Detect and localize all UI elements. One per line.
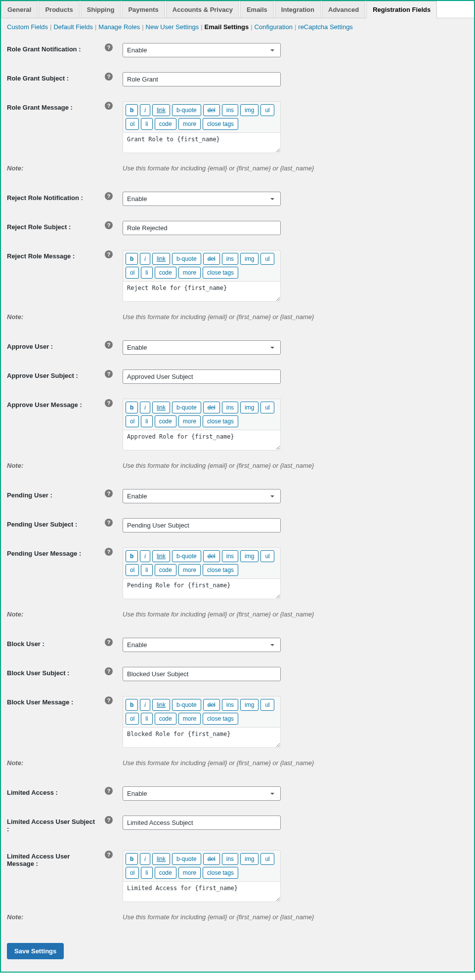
qt-code-button[interactable]: code xyxy=(155,415,176,427)
qt-ul-button[interactable]: ul xyxy=(260,699,274,711)
qt-li-button[interactable]: li xyxy=(141,867,152,879)
tab-advanced[interactable]: Advanced xyxy=(322,1,365,18)
qt-more-button[interactable]: more xyxy=(178,564,201,576)
qt-img-button[interactable]: img xyxy=(240,402,259,413)
qt-bquote-button[interactable]: b-quote xyxy=(172,253,201,265)
qt-img-button[interactable]: img xyxy=(240,253,259,265)
qt-more-button[interactable]: more xyxy=(178,415,201,427)
qt-link-button[interactable]: link xyxy=(152,853,170,865)
subnav-default-fields[interactable]: Default Fields xyxy=(53,23,92,31)
qt-ul-button[interactable]: ul xyxy=(260,853,274,865)
qt-ul-button[interactable]: ul xyxy=(260,104,274,116)
qt-del-button[interactable]: del xyxy=(203,104,220,116)
qt-code-button[interactable]: code xyxy=(155,118,176,130)
qt-link-button[interactable]: link xyxy=(152,104,170,116)
qt-more-button[interactable]: more xyxy=(178,118,201,130)
qt-ul-button[interactable]: ul xyxy=(260,550,274,562)
qt-bquote-button[interactable]: b-quote xyxy=(172,104,201,116)
reject-notification-select[interactable]: Enable xyxy=(123,192,281,206)
qt-ins-button[interactable]: ins xyxy=(222,253,238,265)
subnav-manage-roles[interactable]: Manage Roles xyxy=(98,23,140,31)
grant-notification-select[interactable]: Enable xyxy=(123,43,281,57)
subnav-custom-fields[interactable]: Custom Fields xyxy=(7,23,48,31)
qt-ins-button[interactable]: ins xyxy=(222,550,238,562)
block-subject-input[interactable] xyxy=(123,667,281,681)
qt-close-button[interactable]: close tags xyxy=(203,118,238,130)
qt-ul-button[interactable]: ul xyxy=(260,402,274,413)
approve-subject-input[interactable] xyxy=(123,369,281,384)
qt-img-button[interactable]: img xyxy=(240,853,259,865)
qt-link-button[interactable]: link xyxy=(152,253,170,265)
tab-payments[interactable]: Payments xyxy=(122,1,165,18)
tab-emails[interactable]: Emails xyxy=(240,1,274,18)
save-settings-button[interactable]: Save Settings xyxy=(7,943,64,959)
qt-i-button[interactable]: i xyxy=(140,104,150,116)
qt-more-button[interactable]: more xyxy=(178,713,201,725)
qt-b-button[interactable]: b xyxy=(126,104,138,116)
qt-b-button[interactable]: b xyxy=(126,853,138,865)
qt-img-button[interactable]: img xyxy=(240,699,259,711)
qt-bquote-button[interactable]: b-quote xyxy=(172,853,201,865)
pending-notification-select[interactable]: Enable xyxy=(123,489,281,503)
approve-message-textarea[interactable] xyxy=(123,430,281,450)
grant-message-textarea[interactable] xyxy=(123,132,281,153)
qt-del-button[interactable]: del xyxy=(203,253,220,265)
qt-i-button[interactable]: i xyxy=(140,402,150,413)
qt-ins-button[interactable]: ins xyxy=(222,699,238,711)
qt-link-button[interactable]: link xyxy=(152,550,170,562)
qt-b-button[interactable]: b xyxy=(126,699,138,711)
qt-code-button[interactable]: code xyxy=(155,564,176,576)
qt-del-button[interactable]: del xyxy=(203,550,220,562)
qt-bquote-button[interactable]: b-quote xyxy=(172,550,201,562)
qt-code-button[interactable]: code xyxy=(155,267,176,279)
qt-close-button[interactable]: close tags xyxy=(203,564,238,576)
qt-close-button[interactable]: close tags xyxy=(203,267,238,279)
qt-link-button[interactable]: link xyxy=(152,699,170,711)
qt-ol-button[interactable]: ol xyxy=(126,415,139,427)
qt-img-button[interactable]: img xyxy=(240,550,259,562)
tab-registration-fields[interactable]: Registration Fields xyxy=(366,1,437,18)
qt-close-button[interactable]: close tags xyxy=(203,415,238,427)
qt-link-button[interactable]: link xyxy=(152,402,170,413)
pending-message-textarea[interactable] xyxy=(123,578,281,599)
qt-i-button[interactable]: i xyxy=(140,550,150,562)
qt-more-button[interactable]: more xyxy=(178,867,201,879)
subnav-new-user-settings[interactable]: New User Settings xyxy=(146,23,199,31)
qt-li-button[interactable]: li xyxy=(141,564,152,576)
qt-ins-button[interactable]: ins xyxy=(222,402,238,413)
qt-bquote-button[interactable]: b-quote xyxy=(172,699,201,711)
qt-ul-button[interactable]: ul xyxy=(260,253,274,265)
qt-del-button[interactable]: del xyxy=(203,402,220,413)
qt-li-button[interactable]: li xyxy=(141,118,152,130)
limited-subject-input[interactable] xyxy=(123,816,281,830)
tab-integration[interactable]: Integration xyxy=(275,1,321,18)
qt-close-button[interactable]: close tags xyxy=(203,713,238,725)
qt-li-button[interactable]: li xyxy=(141,415,152,427)
reject-message-textarea[interactable] xyxy=(123,281,281,302)
qt-del-button[interactable]: del xyxy=(203,699,220,711)
tab-shipping[interactable]: Shipping xyxy=(81,1,121,18)
qt-ol-button[interactable]: ol xyxy=(126,267,139,279)
grant-subject-input[interactable] xyxy=(123,72,281,86)
limited-notification-select[interactable]: Enable xyxy=(123,786,281,801)
qt-li-button[interactable]: li xyxy=(141,713,152,725)
qt-b-button[interactable]: b xyxy=(126,402,138,413)
qt-code-button[interactable]: code xyxy=(155,867,176,879)
pending-subject-input[interactable] xyxy=(123,518,281,532)
reject-subject-input[interactable] xyxy=(123,221,281,235)
qt-del-button[interactable]: del xyxy=(203,853,220,865)
qt-i-button[interactable]: i xyxy=(140,253,150,265)
tab-general[interactable]: General xyxy=(1,1,38,18)
qt-i-button[interactable]: i xyxy=(140,699,150,711)
qt-ol-button[interactable]: ol xyxy=(126,713,139,725)
tab-products[interactable]: Products xyxy=(39,1,79,18)
qt-li-button[interactable]: li xyxy=(141,267,152,279)
qt-ol-button[interactable]: ol xyxy=(126,564,139,576)
qt-b-button[interactable]: b xyxy=(126,550,138,562)
qt-close-button[interactable]: close tags xyxy=(203,867,238,879)
block-message-textarea[interactable] xyxy=(123,727,281,748)
qt-ins-button[interactable]: ins xyxy=(222,853,238,865)
subnav-recaptcha-settings[interactable]: reCaptcha Settings xyxy=(298,23,353,31)
tab-accounts-privacy[interactable]: Accounts & Privacy xyxy=(166,1,239,18)
block-notification-select[interactable]: Enable xyxy=(123,638,281,652)
